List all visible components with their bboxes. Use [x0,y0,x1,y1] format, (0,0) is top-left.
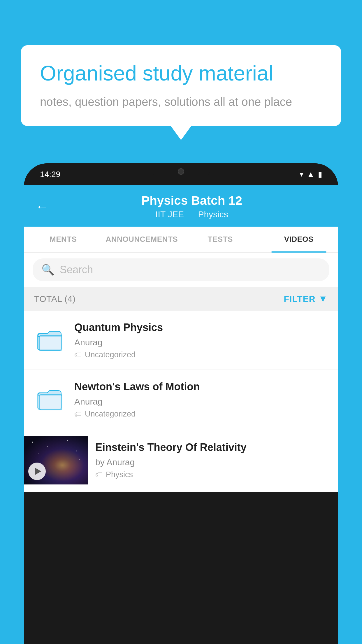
header-subtitle: IIT JEE Physics [57,209,326,219]
header-title: Physics Batch 12 [57,193,326,208]
video-tag-1: 🏷 Uncategorized [74,410,329,419]
search-input[interactable]: Search [60,264,321,276]
video-author-2: by Anurag [95,457,322,467]
tab-videos[interactable]: VIDEOS [260,227,338,252]
search-container: 🔍 Search [24,253,338,287]
app-header: ← Physics Batch 12 IIT JEE Physics [24,185,338,227]
filter-label: FILTER [284,294,316,304]
bubble-subtitle: notes, question papers, solutions all at… [40,94,322,110]
tab-navigation: MENTS ANNOUNCEMENTS TESTS VIDEOS [24,227,338,253]
svg-point-5 [32,442,33,443]
play-triangle-icon [35,468,41,475]
speech-bubble: Organised study material notes, question… [21,45,341,126]
play-button[interactable] [28,463,46,480]
video-title-2: Einstein's Theory Of Relativity [95,441,322,454]
search-bar[interactable]: 🔍 Search [33,258,329,281]
filter-button[interactable]: FILTER ▼ [284,293,328,304]
wifi-icon: ▾ [300,170,303,179]
svg-point-8 [76,450,77,451]
list-item[interactable]: Newton's Laws of Motion Anurag 🏷 Uncateg… [24,370,338,429]
tab-announcements[interactable]: ANNOUNCEMENTS [103,227,181,252]
tag-label-2: Physics [106,470,133,479]
status-icons: ▾ ▲ ▮ [300,170,322,179]
video-thumbnail-1 [33,383,66,416]
filter-bar: TOTAL (4) FILTER ▼ [24,287,338,311]
video-info-2: Einstein's Theory Of Relativity by Anura… [88,436,329,479]
video-info-0: Quantum Physics Anurag 🏷 Uncategorized [74,321,329,359]
battery-icon: ▮ [318,170,322,179]
video-title-0: Quantum Physics [74,321,329,335]
svg-point-9 [38,454,39,454]
camera-dot [178,168,184,175]
video-thumbnail-2 [24,436,88,484]
video-author-0: Anurag [74,337,329,347]
video-title-1: Newton's Laws of Motion [74,380,329,394]
header-tag2: Physics [198,209,228,219]
tag-label-1: Uncategorized [85,410,136,419]
search-icon: 🔍 [41,264,55,276]
tag-icon-1: 🏷 [74,410,82,419]
video-list: Quantum Physics Anurag 🏷 Uncategorized [24,311,338,492]
svg-point-10 [79,459,80,460]
list-item[interactable]: Quantum Physics Anurag 🏷 Uncategorized [24,311,338,370]
tag-label-0: Uncategorized [85,350,136,359]
video-tag-0: 🏷 Uncategorized [74,350,329,359]
total-count: TOTAL (4) [34,294,75,304]
status-bar: 14:29 ▾ ▲ ▮ [24,163,338,185]
video-thumbnail-0 [33,323,66,357]
status-time: 14:29 [40,170,60,179]
svg-rect-4 [40,395,62,410]
tab-ments[interactable]: MENTS [24,227,103,252]
tag-icon-2: 🏷 [95,470,103,479]
phone-notch [152,163,210,179]
folder-icon [37,386,62,412]
filter-icon: ▼ [318,293,328,304]
folder-icon [37,327,62,353]
list-item[interactable]: Einstein's Theory Of Relativity by Anura… [24,429,338,492]
svg-point-7 [67,440,68,441]
phone-screen: ← Physics Batch 12 IIT JEE Physics MENTS… [24,185,338,492]
tag-icon-0: 🏷 [74,350,82,359]
tab-tests[interactable]: TESTS [181,227,260,252]
speech-bubble-container: Organised study material notes, question… [21,45,341,126]
video-info-1: Newton's Laws of Motion Anurag 🏷 Uncateg… [74,380,329,419]
video-tag-2: 🏷 Physics [95,470,322,479]
svg-rect-2 [40,335,62,351]
video-author-1: Anurag [74,397,329,407]
back-button[interactable]: ← [36,199,48,214]
signal-icon: ▲ [307,170,314,179]
header-text: Physics Batch 12 IIT JEE Physics [57,193,326,219]
phone-frame: 14:29 ▾ ▲ ▮ ← Physics Batch 12 IIT JEE P… [24,163,338,644]
svg-point-6 [47,446,48,447]
bubble-title: Organised study material [40,61,322,85]
header-tag1: IIT JEE [155,209,184,219]
